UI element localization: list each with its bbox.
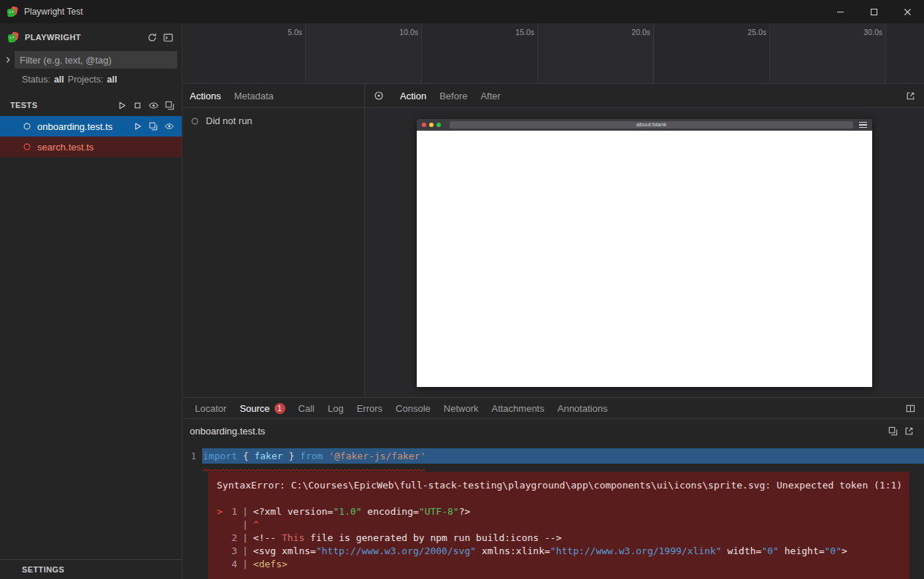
collapse-all-button[interactable] bbox=[161, 97, 177, 113]
collapse-all-icon bbox=[164, 100, 175, 111]
reload-button[interactable] bbox=[144, 29, 160, 45]
eye-icon bbox=[148, 100, 159, 111]
traffic-light-minimize-icon bbox=[429, 123, 434, 127]
test-name: search.test.ts bbox=[37, 142, 177, 153]
tab-errors[interactable]: Errors bbox=[350, 403, 389, 414]
copy-file-path-button[interactable] bbox=[885, 423, 901, 440]
eye-icon bbox=[164, 121, 174, 131]
snapshot-tabs: Action Before After bbox=[400, 91, 501, 101]
copy-icon bbox=[888, 426, 898, 437]
bottom-panel: Locator Source1 Call Log Errors Console … bbox=[182, 398, 924, 579]
timeline-segment: 5.0s bbox=[190, 23, 306, 83]
timeline-tick-label: 30.0s bbox=[863, 28, 882, 37]
open-file-external-button[interactable] bbox=[901, 423, 917, 440]
tab-source[interactable]: Source1 bbox=[233, 403, 291, 414]
test-name: onboarding.test.ts bbox=[37, 121, 129, 132]
toggle-output-button[interactable] bbox=[160, 29, 176, 45]
tab-locator[interactable]: Locator bbox=[188, 403, 233, 414]
frame-line: 2|<!-- This file is generated by npm run… bbox=[217, 532, 901, 545]
filter-status-line: Status:all Projects:all bbox=[22, 74, 182, 85]
terminal-icon bbox=[163, 32, 174, 43]
tab-annotations[interactable]: Annotations bbox=[551, 403, 615, 414]
pick-locator-button[interactable] bbox=[371, 88, 387, 104]
menu-icon bbox=[859, 122, 867, 129]
test-row-onboarding[interactable]: onboarding.test.ts bbox=[0, 116, 182, 137]
close-button[interactable] bbox=[890, 0, 924, 23]
timeline-tick-label: 10.0s bbox=[399, 28, 418, 37]
run-all-button[interactable] bbox=[113, 97, 129, 113]
maximize-button[interactable] bbox=[857, 0, 890, 23]
test-row-search[interactable]: search.test.ts bbox=[0, 137, 182, 157]
tab-after[interactable]: After bbox=[480, 91, 500, 101]
watch-test-button[interactable] bbox=[161, 118, 177, 134]
minimize-button[interactable] bbox=[823, 0, 857, 23]
error-block: SyntaxError: C:\Courses\EpicWeb\full-sta… bbox=[208, 472, 909, 579]
projects-label: Projects: bbox=[68, 74, 104, 85]
browser-chrome: about:blank bbox=[417, 119, 872, 131]
test-row-actions bbox=[129, 118, 177, 134]
settings-section[interactable]: SETTINGS bbox=[0, 559, 182, 579]
line-number: 1 bbox=[182, 448, 202, 464]
open-snapshot-external-button[interactable] bbox=[902, 88, 918, 104]
window-controls bbox=[823, 0, 924, 23]
timeline-spacer bbox=[182, 23, 190, 83]
snapshot-panel: Action Before After bbox=[365, 84, 924, 397]
snapshot-page bbox=[417, 131, 872, 387]
source-view[interactable]: 1 import { faker } from '@faker-js/faker… bbox=[182, 443, 924, 579]
sidebar-section-title: PLAYWRIGHT bbox=[25, 33, 144, 42]
tests-header: TESTS bbox=[0, 96, 182, 114]
actions-panel-tabs: Actions Metadata bbox=[182, 84, 364, 108]
tab-before[interactable]: Before bbox=[439, 91, 467, 101]
timeline-segment: 15.0s bbox=[422, 23, 538, 83]
maximize-icon bbox=[870, 8, 878, 16]
timeline-tick-label: 20.0s bbox=[631, 28, 650, 37]
minimize-icon bbox=[836, 8, 844, 16]
frame-line: 4|<defs> bbox=[217, 558, 901, 571]
tab-action[interactable]: Action bbox=[400, 91, 426, 101]
playwright-logo-icon bbox=[7, 31, 19, 43]
stop-button[interactable] bbox=[129, 97, 145, 113]
open-in-vscode-button[interactable] bbox=[145, 118, 161, 134]
tab-attachments[interactable]: Attachments bbox=[485, 403, 550, 414]
timeline[interactable]: 5.0s 10.0s 15.0s 20.0s 25.0s 30.0s bbox=[182, 23, 924, 84]
playwright-test-window: Playwright Test PLAYWRIGHT bbox=[0, 0, 924, 579]
window-title: Playwright Test bbox=[24, 7, 82, 17]
test-list: onboarding.test.ts bbox=[0, 116, 182, 157]
frame-line: 3|<svg xmlns="http://www.w3.org/2000/svg… bbox=[217, 545, 901, 558]
filter-input[interactable] bbox=[15, 51, 177, 69]
projects-value: all bbox=[107, 74, 117, 85]
filter-row bbox=[1, 51, 177, 69]
toggle-panel-layout-button[interactable] bbox=[902, 400, 918, 416]
tab-console[interactable]: Console bbox=[389, 403, 437, 414]
source-error-badge: 1 bbox=[274, 403, 285, 414]
error-squiggle bbox=[203, 461, 426, 464]
timeline-rest bbox=[886, 23, 924, 83]
source-file-name: onboarding.test.ts bbox=[190, 426, 885, 437]
error-code-frame: >1|<?xml version="1.0" encoding="UTF-8"?… bbox=[217, 505, 901, 571]
did-not-run-label: Did not run bbox=[206, 115, 253, 126]
watch-all-button[interactable] bbox=[145, 97, 161, 113]
playwright-logo-icon bbox=[7, 6, 18, 18]
tab-actions[interactable]: Actions bbox=[190, 91, 221, 101]
traffic-light-close-icon bbox=[422, 123, 426, 127]
selected-code-line: import { faker } from '@faker-js/faker' bbox=[202, 448, 924, 464]
refresh-icon bbox=[147, 32, 158, 43]
code-text: import { faker } from '@faker-js/faker' bbox=[203, 448, 426, 464]
timeline-segment: 20.0s bbox=[538, 23, 654, 83]
circle-icon bbox=[190, 116, 200, 126]
timeline-tick-label: 25.0s bbox=[747, 28, 766, 37]
target-icon bbox=[373, 90, 385, 101]
address-text: about:blank bbox=[636, 122, 666, 128]
filter-expand-button[interactable] bbox=[1, 53, 15, 66]
tab-call[interactable]: Call bbox=[292, 403, 321, 414]
tab-metadata[interactable]: Metadata bbox=[234, 91, 274, 101]
tab-network[interactable]: Network bbox=[437, 403, 485, 414]
split-panel-icon bbox=[905, 403, 916, 414]
run-test-button[interactable] bbox=[129, 118, 145, 134]
status-label: Status: bbox=[22, 74, 50, 85]
address-bar: about:blank bbox=[450, 121, 853, 129]
snapshot-toolbar: Action Before After bbox=[365, 84, 924, 108]
timeline-tick-label: 5.0s bbox=[288, 28, 302, 37]
tab-log[interactable]: Log bbox=[321, 403, 350, 414]
timeline-segment: 10.0s bbox=[306, 23, 422, 83]
